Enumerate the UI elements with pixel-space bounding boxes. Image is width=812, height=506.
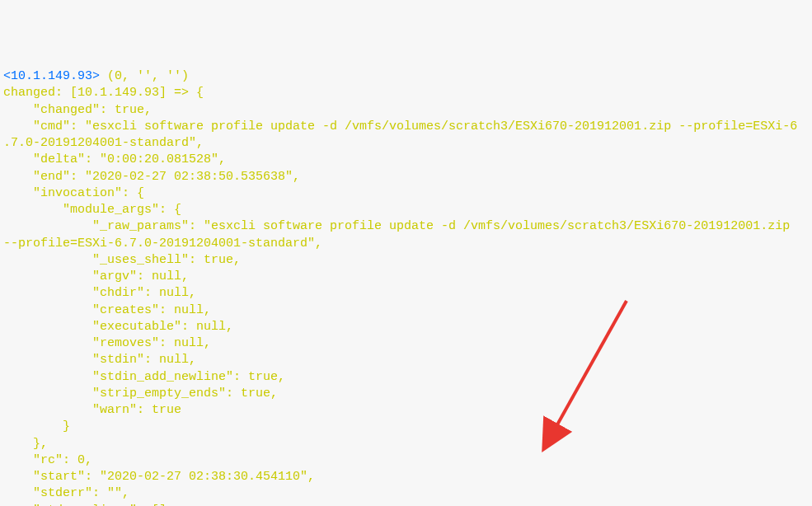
output-line: "_raw_params": "esxcli software profile … [3,219,797,250]
output-line: }, [3,437,48,451]
output-line: "rc": 0, [3,453,92,467]
output-line: "executable": null, [3,320,233,334]
output-line: "delta": "0:00:20.081528", [3,152,226,166]
output-line: "stderr_lines": [], [3,504,174,507]
output-line: "_uses_shell": true, [3,253,241,267]
output-line: "strip_empty_ends": true, [3,387,278,401]
output-line: "stdin_add_newline": true, [3,370,285,384]
output-line: "changed": true, [3,103,152,117]
output-line: "creates": null, [3,303,211,317]
terminal-output: <10.1.149.93> (0, '', '') changed: [10.1… [3,68,809,506]
line-suffix: (0, '', '') [100,69,189,83]
output-line: "argv": null, [3,269,189,283]
output-line: "stdin": null, [3,353,196,367]
output-line: "warn": true [3,403,181,417]
output-line: "module_args": { [3,203,181,217]
output-line: "invocation": { [3,186,144,200]
output-line: "stderr": "", [3,486,129,500]
output-line: changed: [10.1.149.93] => { [3,86,204,100]
output-line: "end": "2020-02-27 02:38:50.535638", [3,170,300,184]
output-line: "removes": null, [3,336,211,350]
output-line: "chdir": null, [3,286,196,300]
output-line: "cmd": "esxcli software profile update -… [3,119,797,150]
output-line: "start": "2020-02-27 02:38:30.454110", [3,470,315,484]
host-prefix: <10.1.149.93> [3,69,100,83]
output-line: } [3,419,70,433]
